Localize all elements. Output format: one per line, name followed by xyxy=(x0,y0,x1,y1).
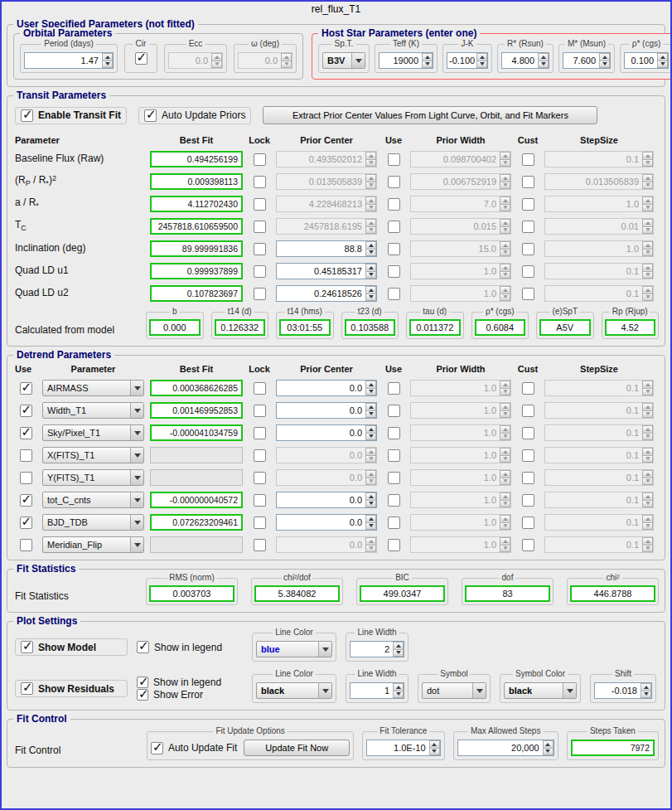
spinner-up-button[interactable] xyxy=(500,515,510,523)
use-prior-checkbox[interactable] xyxy=(388,198,400,211)
prior-width-spinner[interactable]: 1.0 xyxy=(410,492,511,508)
prior-width-spinner[interactable]: 1.0 xyxy=(410,380,511,396)
custom-stepsize-checkbox[interactable] xyxy=(522,494,534,507)
spinner-down-button[interactable] xyxy=(429,749,440,756)
spinner-down-button[interactable] xyxy=(642,250,653,257)
spinner-down-button[interactable] xyxy=(476,61,487,69)
lock-checkbox[interactable] xyxy=(254,405,266,417)
prior-center-spinner[interactable]: 0.0 xyxy=(276,514,377,531)
detrend-use-checkbox[interactable] xyxy=(20,427,32,439)
spinner-down-button[interactable] xyxy=(365,411,376,419)
prior-width-spinner[interactable]: 0.015 xyxy=(410,218,511,235)
prior-width-spinner[interactable]: 1.0 xyxy=(410,402,511,419)
extract-prior-centers-button[interactable]: Extract Prior Center Values From Light C… xyxy=(263,106,597,124)
spinner-up-button[interactable] xyxy=(500,286,510,294)
omega-spinner[interactable]: 0.0 xyxy=(238,52,292,69)
spinner-up-button[interactable] xyxy=(641,683,651,691)
spinner-down-button[interactable] xyxy=(500,250,510,257)
use-prior-checkbox[interactable] xyxy=(388,265,400,278)
stepsize-spinner[interactable]: 0.1 xyxy=(544,447,654,463)
stepsize-spinner[interactable]: 0.1 xyxy=(544,402,654,419)
lock-checkbox[interactable] xyxy=(254,288,266,300)
spinner-up-button[interactable] xyxy=(422,53,433,61)
stepsize-spinner[interactable]: 1.0 xyxy=(544,240,654,257)
spinner-up-button[interactable] xyxy=(365,241,376,250)
prior-center-spinner[interactable]: 0.45185317 xyxy=(276,263,377,279)
spinner-down-button[interactable] xyxy=(538,61,549,69)
spinner-up-button[interactable] xyxy=(500,196,510,205)
rho-star-spinner[interactable]: 0.100 xyxy=(624,52,669,69)
custom-stepsize-checkbox[interactable] xyxy=(522,517,534,529)
prior-center-spinner[interactable]: 0.24618526 xyxy=(276,285,377,302)
lock-checkbox[interactable] xyxy=(254,517,266,529)
spinner-down-button[interactable] xyxy=(642,411,653,419)
combo-dropdown-arrow-icon[interactable] xyxy=(130,403,143,418)
period-spinner[interactable]: 1.47 xyxy=(24,52,114,69)
use-prior-checkbox[interactable] xyxy=(388,221,400,233)
spinner-down-button[interactable] xyxy=(393,650,404,657)
combo-dropdown-arrow-icon[interactable] xyxy=(130,515,143,530)
spinner-up-button[interactable] xyxy=(642,196,653,205)
spinner-up-button[interactable] xyxy=(642,470,653,478)
residuals-shift-spinner[interactable]: -0.018 xyxy=(594,682,652,699)
prior-center-spinner[interactable]: 0.493502012 xyxy=(276,151,377,167)
prior-width-spinner[interactable]: 15.0 xyxy=(410,240,511,257)
prior-width-spinner[interactable]: 1.0 xyxy=(410,447,511,463)
combo-dropdown-arrow-icon[interactable] xyxy=(472,683,486,698)
custom-stepsize-checkbox[interactable] xyxy=(522,198,534,211)
custom-stepsize-checkbox[interactable] xyxy=(522,405,534,417)
detrend-use-checkbox[interactable] xyxy=(20,449,32,462)
spinner-up-button[interactable] xyxy=(642,219,653,227)
prior-width-spinner[interactable]: 1.0 xyxy=(410,424,511,441)
spinner-down-button[interactable] xyxy=(657,61,668,69)
prior-center-spinner[interactable]: 0.013505839 xyxy=(276,173,377,190)
combo-dropdown-arrow-icon[interactable] xyxy=(563,683,576,698)
stepsize-spinner[interactable]: 0.1 xyxy=(544,469,654,486)
use-prior-checkbox[interactable] xyxy=(388,382,400,395)
max-allowed-steps-spinner[interactable]: 20,000 xyxy=(457,740,554,756)
combo-dropdown-arrow-icon[interactable] xyxy=(130,448,143,463)
use-prior-checkbox[interactable] xyxy=(388,405,400,417)
auto-update-fit-checkbox[interactable] xyxy=(151,742,163,754)
spinner-down-button[interactable] xyxy=(500,272,510,279)
spinner-up-button[interactable] xyxy=(365,381,376,389)
custom-stepsize-checkbox[interactable] xyxy=(522,382,534,395)
spinner-up-button[interactable] xyxy=(393,642,404,650)
prior-width-spinner[interactable]: 0.006752919 xyxy=(410,173,511,190)
eccentricity-spinner[interactable]: 0.0 xyxy=(168,52,223,69)
spinner-down-button[interactable] xyxy=(365,182,376,190)
custom-stepsize-checkbox[interactable] xyxy=(522,221,534,233)
model-legend-toggle[interactable]: Show in legend xyxy=(137,641,243,653)
spinner-up-button[interactable] xyxy=(500,219,510,227)
prior-width-spinner[interactable]: 7.0 xyxy=(410,196,511,212)
rstar-spinner[interactable]: 4.800 xyxy=(501,52,549,69)
spinner-down-button[interactable] xyxy=(500,523,510,531)
custom-stepsize-checkbox[interactable] xyxy=(522,265,534,278)
custom-stepsize-checkbox[interactable] xyxy=(522,288,534,300)
spinner-down-button[interactable] xyxy=(365,160,376,167)
custom-stepsize-checkbox[interactable] xyxy=(522,153,534,166)
spinner-down-button[interactable] xyxy=(642,478,653,486)
residuals-symbol-select[interactable]: dot xyxy=(422,682,486,699)
show-error-checkbox[interactable] xyxy=(137,689,148,701)
spinner-down-button[interactable] xyxy=(393,691,404,699)
spinner-down-button[interactable] xyxy=(365,434,376,441)
lock-checkbox[interactable] xyxy=(254,176,266,188)
spinner-up-button[interactable] xyxy=(500,425,510,434)
spinner-down-button[interactable] xyxy=(642,160,653,167)
spinner-up-button[interactable] xyxy=(642,152,653,160)
spinner-up-button[interactable] xyxy=(365,219,376,227)
spinner-up-button[interactable] xyxy=(500,381,510,389)
auto-update-fit-toggle[interactable]: Auto Update Fit xyxy=(151,742,237,754)
lock-checkbox[interactable] xyxy=(254,494,266,507)
prior-center-spinner[interactable]: 4.228468213 xyxy=(276,196,377,212)
auto-update-priors-checkbox[interactable] xyxy=(144,109,157,122)
custom-stepsize-checkbox[interactable] xyxy=(522,176,534,188)
spinner-down-button[interactable] xyxy=(211,61,222,69)
lock-checkbox[interactable] xyxy=(254,198,266,211)
spinner-up-button[interactable] xyxy=(365,425,376,434)
lock-checkbox[interactable] xyxy=(254,265,266,278)
spinner-down-button[interactable] xyxy=(365,501,376,508)
spinner-down-button[interactable] xyxy=(642,182,653,190)
lock-checkbox[interactable] xyxy=(254,539,266,551)
